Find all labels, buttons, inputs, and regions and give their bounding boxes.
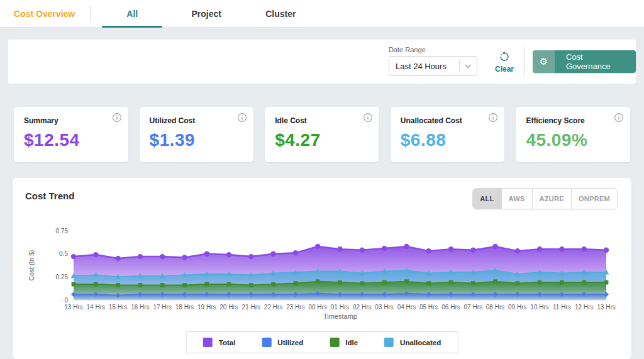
date-range-group: Date Range Last 24 Hours	[389, 46, 477, 76]
filter-bar: Date Range Last 24 Hours Clear ⚙ Cost Go…	[8, 40, 636, 84]
info-icon[interactable]	[237, 113, 247, 123]
card-unallocated-cost: Unallocated Cost $6.88	[391, 107, 505, 162]
y-axis: 00.250.50.75Cost (In $)	[28, 228, 68, 304]
clear-label: Clear	[485, 65, 524, 74]
card-label: Utilized Cost	[150, 116, 244, 125]
info-icon[interactable]	[112, 113, 122, 123]
legend-swatch	[384, 338, 394, 347]
svg-text:18 Hrs: 18 Hrs	[175, 304, 194, 311]
svg-text:12 Hrs: 12 Hrs	[575, 304, 593, 311]
svg-text:20 Hrs: 20 Hrs	[219, 304, 238, 311]
svg-text:0.5: 0.5	[59, 250, 68, 257]
svg-text:23 Hrs: 23 Hrs	[286, 304, 304, 311]
legend-label: Utilized	[277, 339, 303, 346]
legend-item-total: Total	[203, 338, 236, 347]
toggle-all[interactable]: ALL	[473, 189, 501, 209]
svg-text:Timestamp: Timestamp	[323, 312, 357, 320]
reset-icon	[499, 53, 510, 64]
info-icon[interactable]	[614, 113, 624, 123]
chart-legend: Total Utilized Idle Unallocated	[186, 331, 458, 353]
svg-text:13 Hrs: 13 Hrs	[64, 304, 82, 311]
svg-text:14 Hrs: 14 Hrs	[87, 304, 105, 311]
filter-divider	[524, 47, 525, 77]
cost-trend-chart: 00.250.50.75Cost (In $)13 Hrs14 Hrs15 Hr…	[25, 226, 619, 320]
nav-divider	[90, 6, 91, 22]
card-value: $1.39	[150, 130, 244, 150]
card-value: 45.09%	[526, 130, 620, 150]
card-value: $6.88	[401, 130, 495, 150]
card-label: Unallocated Cost	[401, 116, 495, 125]
gear-icon: ⚙	[533, 50, 555, 73]
svg-text:06 Hrs: 06 Hrs	[441, 304, 460, 311]
tab-all[interactable]: All	[99, 0, 165, 28]
svg-text:16 Hrs: 16 Hrs	[131, 304, 149, 311]
svg-text:0.25: 0.25	[56, 273, 69, 280]
info-icon[interactable]	[488, 113, 498, 123]
svg-text:13 Hrs: 13 Hrs	[597, 304, 615, 311]
svg-text:10 Hrs: 10 Hrs	[530, 304, 548, 311]
card-label: Idle Cost	[275, 116, 369, 125]
legend-swatch	[262, 338, 271, 347]
svg-text:11 Hrs: 11 Hrs	[553, 304, 571, 311]
clear-button[interactable]: Clear	[485, 51, 524, 74]
svg-text:17 Hrs: 17 Hrs	[153, 304, 171, 311]
legend-item-unallocated: Unallocated	[384, 338, 441, 347]
svg-text:00 Hrs: 00 Hrs	[308, 304, 326, 311]
card-label: Summary	[24, 116, 118, 125]
toggle-aws[interactable]: AWS	[501, 189, 532, 209]
legend-swatch	[330, 338, 339, 347]
svg-text:22 Hrs: 22 Hrs	[264, 304, 282, 311]
legend-label: Unallocated	[400, 339, 441, 346]
card-summary: Summary $12.54	[14, 107, 128, 162]
top-nav: Cost Overview All Project Cluster	[0, 0, 644, 28]
svg-text:15 Hrs: 15 Hrs	[109, 304, 127, 311]
card-value: $12.54	[24, 130, 118, 150]
cost-governance-button[interactable]: ⚙ Cost Governance	[533, 50, 636, 73]
svg-text:19 Hrs: 19 Hrs	[197, 304, 216, 311]
tab-project[interactable]: Project	[174, 0, 239, 28]
cost-trend-panel: Cost Trend ALL AWS AZURE ONPREM 00.250.5…	[13, 178, 631, 359]
svg-text:02 Hrs: 02 Hrs	[353, 304, 371, 311]
card-efficiency-score: Efficiency Score 45.09%	[516, 107, 630, 162]
summary-cards-row: Summary $12.54 Utilized Cost $1.39 Idle …	[14, 107, 630, 162]
legend-item-utilized: Utilized	[262, 338, 303, 347]
svg-text:04 Hrs: 04 Hrs	[397, 304, 416, 311]
svg-text:08 Hrs: 08 Hrs	[486, 304, 504, 311]
svg-text:03 Hrs: 03 Hrs	[375, 304, 393, 311]
svg-text:05 Hrs: 05 Hrs	[419, 304, 438, 311]
info-icon[interactable]	[363, 113, 373, 123]
card-idle-cost: Idle Cost $4.27	[265, 107, 379, 162]
svg-text:Cost (In $): Cost (In $)	[28, 250, 35, 280]
page-title: Cost Overview	[0, 9, 90, 19]
legend-swatch	[203, 338, 213, 347]
date-range-label: Date Range	[389, 46, 477, 53]
toggle-onprem[interactable]: ONPREM	[571, 189, 617, 209]
cost-governance-label: Cost Governance	[555, 50, 636, 73]
provider-toggle-group: ALL AWS AZURE ONPREM	[472, 188, 618, 209]
svg-text:21 Hrs: 21 Hrs	[242, 304, 260, 311]
svg-text:07 Hrs: 07 Hrs	[464, 304, 482, 311]
svg-text:09 Hrs: 09 Hrs	[508, 304, 526, 311]
legend-label: Total	[219, 339, 236, 346]
date-range-value: Last 24 Hours	[396, 62, 459, 71]
chevron-down-icon	[465, 64, 471, 69]
date-range-select[interactable]: Last 24 Hours	[389, 56, 477, 76]
x-axis: 13 Hrs14 Hrs15 Hrs16 Hrs17 Hrs18 Hrs19 H…	[64, 304, 615, 320]
tab-cluster[interactable]: Cluster	[248, 0, 313, 28]
cost-trend-svg: 00.250.50.75Cost (In $)13 Hrs14 Hrs15 Hr…	[25, 226, 619, 320]
legend-label: Idle	[345, 339, 358, 346]
svg-text:0.75: 0.75	[56, 228, 69, 235]
svg-text:01 Hrs: 01 Hrs	[331, 304, 349, 311]
card-value: $4.27	[275, 130, 369, 150]
card-utilized-cost: Utilized Cost $1.39	[140, 107, 254, 162]
toggle-azure[interactable]: AZURE	[532, 189, 571, 209]
legend-item-idle: Idle	[330, 338, 358, 347]
card-label: Efficiency Score	[526, 116, 620, 125]
